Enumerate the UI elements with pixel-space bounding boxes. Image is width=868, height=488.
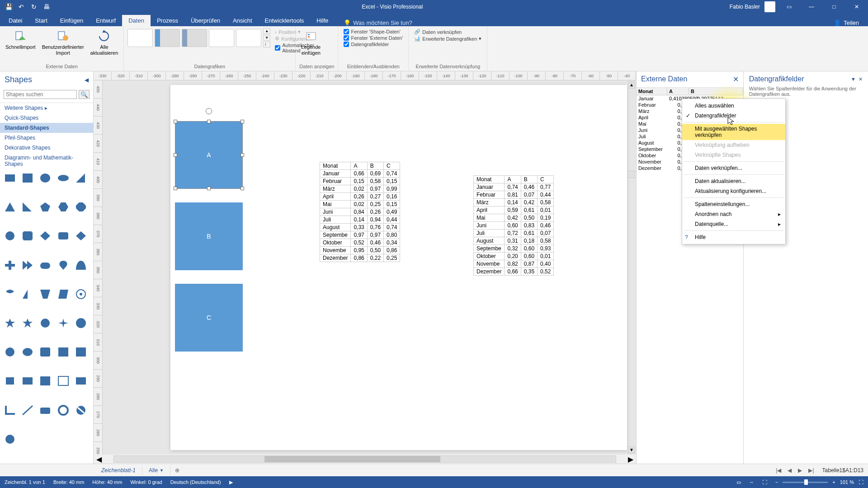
- shape-stencil-item[interactable]: [21, 375, 34, 386]
- shape-stencil-item[interactable]: [57, 375, 70, 386]
- gallery-down-icon[interactable]: ▼: [263, 35, 270, 41]
- shape-stencil-item[interactable]: [4, 347, 16, 357]
- shape-stencil-item[interactable]: [4, 405, 16, 416]
- shape-stencil-item[interactable]: [4, 434, 16, 445]
- sheet-tab[interactable]: Zeichenblatt-1: [95, 465, 142, 475]
- shapes-cat[interactable]: Diagramm- und Mathematik-Shapes: [0, 153, 93, 169]
- shape-stencil-item[interactable]: [57, 202, 70, 212]
- add-sheet-button[interactable]: ⊕: [170, 467, 184, 474]
- shape-stencil-item[interactable]: [39, 405, 52, 416]
- macro-icon[interactable]: ▶: [229, 479, 233, 485]
- shape-stencil-item[interactable]: [21, 173, 34, 183]
- zoom-slider[interactable]: [783, 482, 828, 483]
- shape-stencil-item[interactable]: [75, 173, 87, 183]
- rotate-handle[interactable]: [206, 108, 212, 114]
- dgf-close-icon[interactable]: ✕: [859, 76, 863, 82]
- tell-me[interactable]: 💡 Was möchten Sie tun?: [344, 19, 412, 26]
- fenster-shape-checkbox[interactable]: Fenster 'Shape-Daten': [344, 29, 403, 34]
- shape-stencil-item[interactable]: [75, 260, 87, 271]
- shape-stencil-item[interactable]: [4, 230, 16, 241]
- close-button[interactable]: ✕: [848, 0, 866, 14]
- ctx-spalteneinstellungen[interactable]: Spalteneinstellungen...: [682, 199, 785, 209]
- tab-prozess[interactable]: Prozess: [151, 15, 184, 26]
- search-button[interactable]: 🔍: [79, 90, 90, 99]
- zoom-in[interactable]: +: [832, 479, 835, 485]
- ctx-daten-aktualisieren[interactable]: Daten aktualisieren...: [682, 176, 785, 186]
- nav-prev[interactable]: ◀: [786, 467, 793, 474]
- tab-entwicklertools[interactable]: Entwicklertools: [259, 15, 311, 26]
- ctx-datenquelle[interactable]: Datenquelle...▸: [682, 219, 785, 229]
- shapes-cat[interactable]: Standard-Shapes: [0, 123, 93, 133]
- shape-stencil-item[interactable]: [39, 202, 52, 212]
- shape-stencil-item[interactable]: [4, 289, 16, 300]
- minimize-button[interactable]: —: [802, 0, 821, 14]
- resize-handle[interactable]: [241, 153, 244, 157]
- shape-stencil-item[interactable]: [21, 230, 34, 241]
- redo-icon[interactable]: ↻: [30, 3, 38, 11]
- alle-aktualisieren-button[interactable]: Alle aktualisieren: [89, 28, 120, 57]
- shape-stencil-item[interactable]: [75, 405, 87, 416]
- tab-entwurf[interactable]: Entwurf: [90, 15, 122, 26]
- zoom-value[interactable]: 101 %: [840, 479, 854, 485]
- shape-stencil-item[interactable]: [21, 289, 34, 300]
- tab-start[interactable]: Start: [28, 15, 53, 26]
- shape-stencil-item[interactable]: [57, 405, 70, 416]
- vscroll-down[interactable]: ▼: [628, 446, 635, 454]
- fit-page-icon[interactable]: ⛶: [762, 479, 767, 485]
- shape-stencil-item[interactable]: [75, 230, 87, 241]
- shape-stencil-item[interactable]: [21, 347, 34, 357]
- shape-stencil-item[interactable]: [21, 318, 34, 328]
- sheet-tab-alle[interactable]: Alle▼: [142, 465, 170, 475]
- hscroll[interactable]: ◀ ▶: [94, 455, 636, 464]
- shapes-cat[interactable]: Pfeil-Shapes: [0, 133, 93, 143]
- legende-button[interactable]: Legende einfügen: [299, 28, 322, 57]
- hscroll-thumb[interactable]: [264, 456, 440, 462]
- collapse-icon[interactable]: ◀: [85, 77, 89, 83]
- presentation-icon[interactable]: ▭: [736, 479, 741, 485]
- vscroll-thumb-top[interactable]: [628, 171, 635, 178]
- shape-stencil-item[interactable]: [4, 202, 16, 212]
- save-icon[interactable]: 💾: [5, 3, 13, 11]
- shape-stencil-item[interactable]: [39, 347, 52, 357]
- resize-handle[interactable]: [207, 187, 211, 190]
- tab-überprüfen[interactable]: Überprüfen: [184, 15, 226, 26]
- weitere-shapes[interactable]: Weitere Shapes ▸: [0, 103, 93, 113]
- shape-stencil-item[interactable]: [39, 318, 52, 328]
- tab-datei[interactable]: Datei: [2, 15, 28, 26]
- zoom-fit[interactable]: ⛶: [859, 479, 863, 485]
- datengrafiken-gallery[interactable]: ▲ ▼ ⁞: [127, 28, 270, 47]
- ctx-hilfe[interactable]: ?Hilfe: [682, 232, 785, 242]
- shape-stencil-item[interactable]: [75, 347, 87, 357]
- tab-ansicht[interactable]: Ansicht: [226, 15, 259, 26]
- ctx-aktualisierung-konfigurieren[interactable]: Aktualisierung konfigurieren...: [682, 186, 785, 196]
- shape-stencil-item[interactable]: [39, 375, 52, 386]
- shape-stencil-item[interactable]: [4, 375, 16, 386]
- shape-stencil-item[interactable]: [4, 260, 16, 271]
- shape-stencil-item[interactable]: [75, 375, 87, 386]
- shape-stencil-item[interactable]: [39, 289, 52, 300]
- ctx-mit-shapes-verknuepfen[interactable]: Mit ausgewählten Shapes verknüpfen: [682, 124, 785, 140]
- vscroll-up[interactable]: ▲: [628, 81, 635, 89]
- resize-handle[interactable]: [174, 187, 177, 190]
- dgf-dropdown-icon[interactable]: ▼: [851, 76, 856, 82]
- shape-stencil-item[interactable]: [39, 173, 52, 183]
- shape-stencil-item[interactable]: [57, 318, 70, 328]
- benutzerdef-import-button[interactable]: Benutzerdefinierter Import: [40, 28, 86, 57]
- shapes-cat[interactable]: Dekorative Shapes: [0, 143, 93, 153]
- ctx-daten-verknuepfen[interactable]: Daten verknüpfen...: [682, 163, 785, 173]
- shape-stencil-item[interactable]: [21, 202, 34, 212]
- avatar[interactable]: [764, 1, 775, 12]
- shape-stencil-item[interactable]: [39, 230, 52, 241]
- drawing-canvas[interactable]: CBA MonatABCJanuar0,660,690,74Februar0,1…: [170, 85, 627, 450]
- shapes-search-input[interactable]: [4, 90, 77, 99]
- nav-first[interactable]: |◀: [774, 467, 783, 474]
- nav-last[interactable]: ▶|: [807, 467, 816, 474]
- erweiterte-datengrafiken-button[interactable]: 📊Erweiterte Datengrafiken ▾: [414, 36, 481, 42]
- datengrafikfelder-checkbox[interactable]: Datengrafikfelder: [344, 42, 403, 47]
- shape-stencil-item[interactable]: [57, 289, 70, 300]
- shape-stencil-item[interactable]: [4, 173, 16, 183]
- hscroll-left[interactable]: ◀: [94, 455, 104, 464]
- shape-stencil-item[interactable]: [57, 347, 70, 357]
- resize-handle[interactable]: [174, 153, 177, 157]
- resize-handle[interactable]: [241, 120, 244, 123]
